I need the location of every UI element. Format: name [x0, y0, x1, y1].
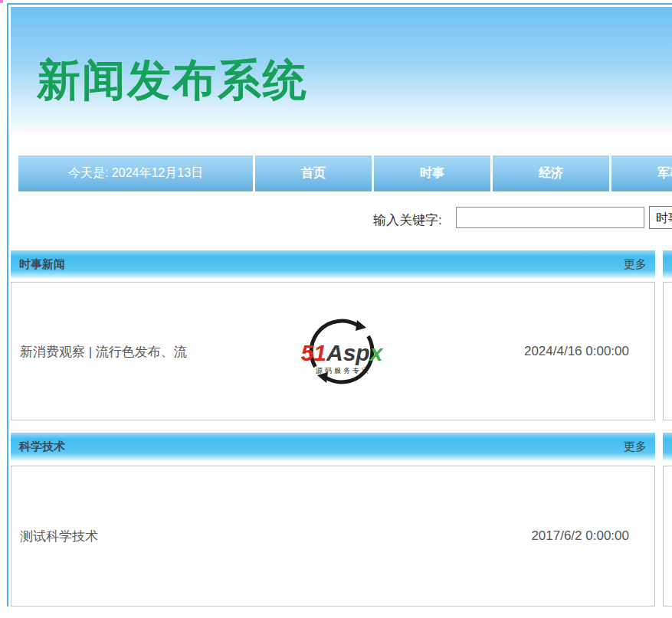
section-title: 时事新闻 — [19, 257, 65, 272]
right-section-box — [663, 466, 672, 607]
section-box-science-tech: 测试科学技术 2017/6/2 0:00:00 — [11, 466, 655, 607]
section-box-current-affairs: 新消费观察 | 流行色发布、流 51Aspx 源码服务专家 2024/4/16 … — [11, 282, 655, 420]
search-label: 输入关键字: — [373, 211, 442, 229]
news-item-image-51aspx-logo[interactable]: 51Aspx 源码服务专家 — [292, 312, 392, 391]
screen-corner-artifact — [0, 0, 3, 3]
news-item-title[interactable]: 测试科学技术 — [20, 528, 98, 545]
news-item-date: 2024/4/16 0:00:00 — [524, 344, 629, 359]
logo-tagline: 源码服务专家 — [316, 367, 371, 374]
section-title: 科学技术 — [19, 440, 65, 454]
main-content: 时事新闻 更多 新消费观察 | 流行色发布、流 51Aspx 源码服务专家 20… — [11, 250, 672, 607]
search-input[interactable] — [456, 207, 644, 228]
search-category-select[interactable]: 时事 — [649, 206, 672, 229]
right-section-header — [663, 433, 672, 461]
section-spacer — [11, 420, 655, 433]
section-header-current-affairs: 时事新闻 更多 — [11, 250, 655, 279]
nav-item-home[interactable]: 首页 — [255, 155, 372, 191]
header-banner: 新闻发布系统 — [11, 7, 672, 151]
right-section-box — [663, 282, 672, 420]
nav-item-current-affairs[interactable]: 时事 — [374, 155, 490, 191]
right-column-partial — [663, 250, 672, 607]
current-date-label: 今天是: 2024年12月13日 — [18, 155, 253, 191]
page-title: 新闻发布系统 — [11, 7, 672, 104]
section-header-science-tech: 科学技术 更多 — [11, 433, 655, 461]
logo-text-x: x — [369, 340, 384, 365]
logo-text-asp: Asp — [326, 340, 370, 365]
nav-item-military[interactable]: 军事 — [611, 155, 672, 191]
section-spacer — [663, 420, 672, 433]
search-bar: 输入关键字: 时事 — [11, 191, 672, 250]
news-item-date: 2017/6/2 0:00:00 — [531, 528, 629, 544]
more-link[interactable]: 更多 — [624, 257, 647, 272]
more-link[interactable]: 更多 — [624, 440, 647, 454]
nav-item-economy[interactable]: 经济 — [493, 155, 609, 191]
left-column: 时事新闻 更多 新消费观察 | 流行色发布、流 51Aspx 源码服务专家 20… — [11, 250, 655, 607]
logo-text-51: 51 — [301, 340, 326, 365]
right-section-header — [663, 250, 672, 279]
news-item-title[interactable]: 新消费观察 | 流行色发布、流 — [20, 342, 187, 360]
page-container: 新闻发布系统 今天是: 2024年12月13日 首页 时事 经济 军事 输入关键… — [7, 3, 672, 607]
svg-text:51Aspx: 51Aspx — [301, 340, 384, 365]
main-navbar: 今天是: 2024年12月13日 首页 时事 经济 军事 — [18, 155, 672, 191]
